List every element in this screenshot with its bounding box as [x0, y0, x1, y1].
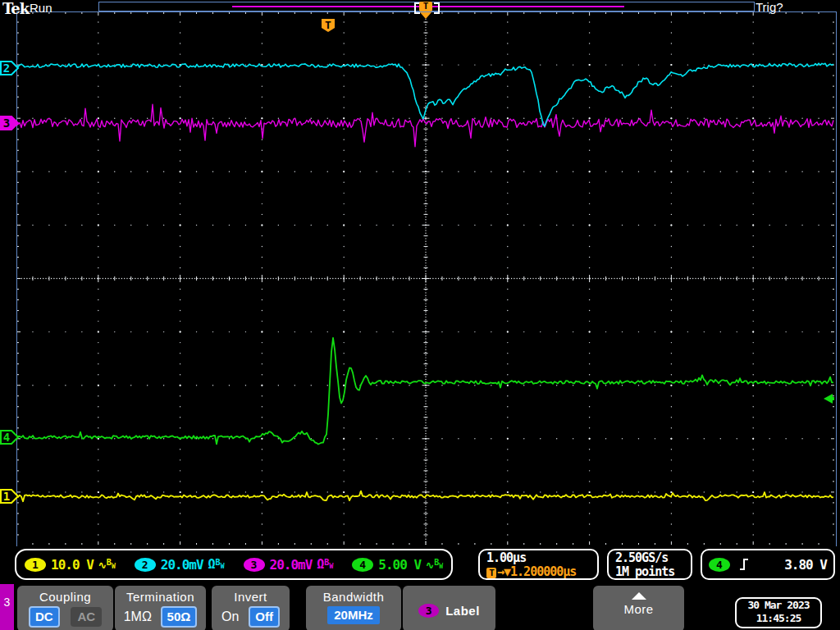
- svg-text:1: 1: [3, 490, 10, 503]
- coupling-option-ac[interactable]: AC: [71, 607, 102, 627]
- expansion-bracket-right-icon: [434, 2, 440, 14]
- coupling-label: Coupling: [39, 590, 91, 604]
- menu-button-bandwidth[interactable]: Bandwidth20MHz: [306, 586, 401, 630]
- menu-button-termination[interactable]: Termination1MΩ50Ω: [115, 586, 206, 630]
- termination-option-50ω[interactable]: 50Ω: [161, 606, 198, 628]
- trigger-delay-readout: T→▼1.200000µs: [486, 565, 591, 579]
- channel-3-badge: 3: [244, 558, 265, 572]
- termination-ohm-icon: Ω: [317, 557, 324, 572]
- bandwidth-limit-icon: BW: [107, 559, 116, 571]
- channel-4-readout[interactable]: 45.00 V∿BW: [352, 557, 443, 573]
- menu-button-invert[interactable]: InvertOnOff: [212, 586, 290, 630]
- label-text: Label: [445, 604, 480, 618]
- termination-ohm-icon: Ω: [208, 557, 216, 572]
- menu-channel-tab: 3: [0, 584, 14, 630]
- bandwidth-label: Bandwidth: [323, 590, 385, 604]
- trigger-level: 3.80 V: [784, 557, 827, 573]
- bottom-menu-bar: 3 30 Mar 2023 11:45:25 CouplingDCACTermi…: [0, 584, 840, 630]
- trigger-level-arrow-icon[interactable]: [824, 394, 833, 404]
- scope-grid-and-waveforms: T: [17, 12, 834, 545]
- trigger-time-flag-icon: T: [322, 19, 335, 32]
- time-text: 11:45:25: [737, 612, 820, 625]
- readout-bar: 110.0 V∿BW220.0mVΩBW320.0mVΩBW45.00 V∿BW…: [0, 546, 840, 584]
- channel-1-marker-badge[interactable]: 1: [0, 488, 20, 508]
- channel-4-marker-badge[interactable]: 4: [0, 429, 20, 449]
- channel-3-marker-badge[interactable]: 3: [0, 115, 20, 135]
- rising-slope-icon: [738, 557, 750, 572]
- channel-4-scale: 5.00 V: [378, 557, 421, 573]
- coupling-squiggle-icon: ∿: [98, 559, 107, 571]
- svg-text:2: 2: [3, 62, 10, 75]
- record-view-bar: T: [98, 2, 755, 11]
- timebase-readout[interactable]: 1.00µs T→▼1.200000µs: [478, 549, 599, 580]
- termination-label: Termination: [126, 590, 194, 604]
- trigger-readout[interactable]: 4 3.80 V: [701, 549, 835, 580]
- menu-button-more[interactable]: More: [593, 586, 684, 630]
- invert-option-on[interactable]: On: [221, 608, 239, 626]
- sample-rate: 2.50GS/s: [615, 551, 684, 565]
- bandwidth-limit-icon: BW: [324, 559, 333, 571]
- channel-readouts: 110.0 V∿BW220.0mVΩBW320.0mVΩBW45.00 V∿BW: [15, 549, 453, 580]
- channel-3-readout[interactable]: 320.0mVΩBW: [244, 557, 334, 573]
- channel-1-scale: 10.0 V: [51, 557, 94, 573]
- trigger-source-badge: 4: [709, 558, 730, 572]
- channel-2-marker-badge[interactable]: 2: [0, 60, 20, 80]
- channel-4-badge: 4: [352, 558, 373, 572]
- trigger-t-icon: T: [486, 568, 496, 578]
- channel-1-badge: 1: [25, 558, 46, 572]
- svg-text:4: 4: [3, 431, 10, 444]
- invert-label: Invert: [234, 590, 267, 604]
- trigger-status: Trig?: [756, 0, 783, 14]
- date-text: 30 Mar 2023: [737, 599, 820, 612]
- channel-2-badge: 2: [135, 558, 156, 572]
- termination-option-1mω[interactable]: 1MΩ: [124, 608, 152, 626]
- invert-option-off[interactable]: Off: [249, 606, 280, 628]
- bandwidth-option-20mhz[interactable]: 20MHz: [327, 606, 380, 624]
- waveform-display: T: [16, 11, 837, 547]
- menu-button-coupling[interactable]: CouplingDCAC: [17, 586, 113, 630]
- coupling-option-dc[interactable]: DC: [29, 606, 60, 628]
- channel-2-readout[interactable]: 220.0mVΩBW: [135, 557, 225, 573]
- tek-logo: Tek: [2, 0, 29, 17]
- svg-text:3: 3: [3, 116, 10, 130]
- channel-1-readout[interactable]: 110.0 V∿BW: [25, 557, 116, 573]
- trigger-position-arrow-icon[interactable]: [420, 12, 431, 19]
- record-length: 1M points: [615, 565, 684, 579]
- trigger-position-marker-icon[interactable]: T: [419, 2, 432, 11]
- svg-text:T: T: [325, 19, 331, 31]
- channel-2-scale: 20.0mV: [161, 557, 203, 573]
- bandwidth-limit-icon: BW: [434, 559, 443, 571]
- channel-3-scale: 20.0mV: [270, 557, 313, 573]
- datetime-display: 30 Mar 2023 11:45:25: [735, 597, 822, 628]
- label-channel-badge: 3: [418, 604, 439, 618]
- delay-value: 1.200000µs: [510, 564, 576, 579]
- more-up-arrow-icon: [632, 592, 646, 600]
- more-text: More: [623, 602, 653, 616]
- coupling-squiggle-icon: ∿: [426, 559, 434, 571]
- delay-arrows-icon: →▼: [497, 564, 510, 579]
- acquisition-run-status: Run: [30, 1, 52, 15]
- menu-button-label[interactable]: 3Label: [403, 586, 495, 630]
- acquisition-readout[interactable]: 2.50GS/s 1M points: [607, 549, 692, 580]
- timebase-scale: 1.00µs: [486, 551, 591, 565]
- bandwidth-limit-icon: BW: [216, 559, 225, 571]
